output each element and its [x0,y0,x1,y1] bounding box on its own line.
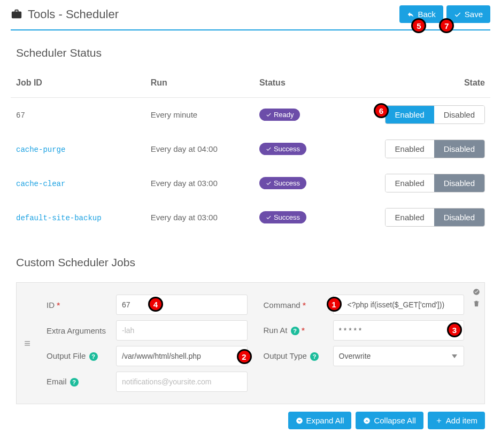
status-badge: Success [259,211,306,223]
save-button[interactable]: Save [446,5,490,23]
add-item-button[interactable]: Add item [428,412,485,429]
disabled-button[interactable]: Disabled [434,174,484,192]
job-id-link[interactable]: cache-clear [16,180,65,188]
chevron-up-circle-icon [363,417,371,424]
job-id-text: 67 [16,111,25,120]
label-id: ID * [47,300,112,310]
table-row: 67Every minuteReadyEnabledDisabled6 [11,98,490,132]
label-extra-args: Extra Arguments [47,326,112,335]
collapse-all-button[interactable]: Collapse All [356,412,423,429]
disabled-button[interactable]: Disabled [434,140,484,158]
input-output-file[interactable] [116,346,248,366]
state-toggle: EnabledDisabled [385,105,485,124]
status-badge: Success [259,143,306,155]
page-header: Tools - Scheduler Back Save 5 7 [11,5,490,30]
label-output-file: Output File ? [47,351,112,361]
table-row: cache-purgeEvery day at 04:00SuccessEnab… [11,132,490,166]
back-button[interactable]: Back [399,5,443,23]
drag-handle[interactable]: ≡ [17,283,38,404]
state-toggle: EnabledDisabled [385,174,485,192]
custom-section-title: Custom Scheduler Jobs [16,256,485,269]
status-section-title: Scheduler Status [16,47,485,59]
reply-icon [407,11,414,18]
chevron-down-circle-icon [296,417,303,424]
job-id-link[interactable]: cache-purge [16,145,65,154]
enabled-button[interactable]: Enabled [386,174,434,192]
status-badge: Ready [259,109,300,121]
select-output-type[interactable]: Overwrite [333,346,465,366]
job-id-link[interactable]: default-site-backup [16,214,102,222]
col-state: State [335,73,490,98]
run-schedule: Every day at 03:00 [145,200,254,235]
help-icon[interactable]: ? [310,352,319,361]
input-id[interactable] [116,295,248,315]
status-badge: Success [259,177,306,189]
run-schedule: Every day at 03:00 [145,166,254,200]
status-table: Job ID Run Status State 67Every minuteRe… [11,73,490,235]
help-icon[interactable]: ? [70,378,79,387]
save-button-label: Save [465,10,483,19]
back-button-label: Back [418,10,435,19]
state-toggle: EnabledDisabled [385,208,485,227]
table-row: default-site-backupEvery day at 03:00Suc… [11,200,490,235]
help-icon[interactable]: ? [89,352,98,361]
input-extra-args[interactable] [116,320,248,341]
label-output-type: Output Type ? [264,351,329,361]
input-run-at[interactable] [333,320,465,341]
trash-icon[interactable] [473,300,480,307]
check-icon [454,11,461,18]
label-command: Command * [264,300,329,310]
plus-icon [435,417,443,424]
page-title: Tools - Scheduler [28,7,119,21]
state-toggle: EnabledDisabled [385,140,485,158]
briefcase-icon [11,9,22,20]
expand-all-button[interactable]: Expand All [288,412,352,429]
disabled-button[interactable]: Disabled [434,208,484,226]
col-run: Run [145,73,254,98]
input-command[interactable] [333,295,465,315]
enabled-button[interactable]: Enabled [386,106,434,123]
enabled-button[interactable]: Enabled [386,208,434,226]
run-schedule: Every minute [145,98,254,132]
enabled-button[interactable]: Enabled [386,140,434,158]
input-email[interactable] [116,372,248,392]
disabled-button[interactable]: Disabled [434,106,484,123]
col-job-id: Job ID [11,73,145,98]
label-run-at: Run At ? * [264,326,329,335]
job-card: ≡ ID * 4 Extra Arguments [16,282,485,404]
col-status: Status [254,73,335,98]
table-row: cache-clearEvery day at 03:00SuccessEnab… [11,166,490,200]
label-email: Email ? [47,377,112,387]
collapse-icon[interactable] [473,288,480,296]
help-icon[interactable]: ? [291,327,299,335]
run-schedule: Every day at 04:00 [145,132,254,166]
